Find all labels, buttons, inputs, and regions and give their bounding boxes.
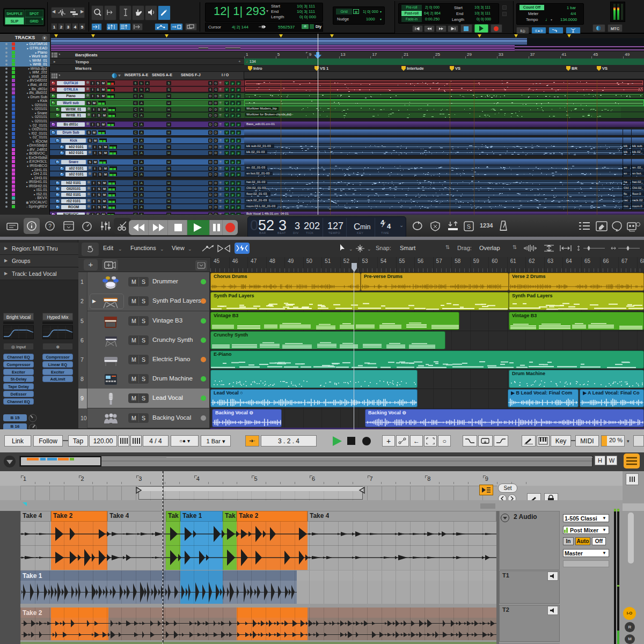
svg-text:?: ? bbox=[48, 223, 52, 229]
svg-text:S: S bbox=[467, 223, 471, 230]
